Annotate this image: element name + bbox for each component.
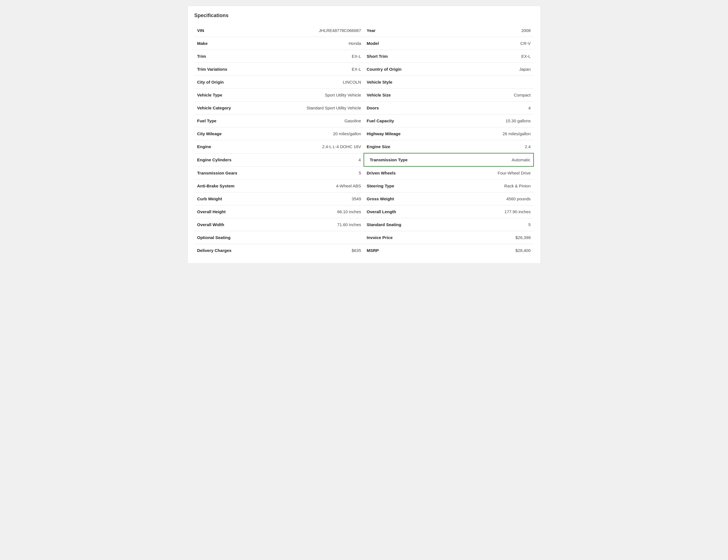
spec-value-right: 2008	[438, 24, 534, 37]
spec-label-right: Overall Length	[364, 205, 438, 218]
table-row: Overall Width71.60 inchesStandard Seatin…	[194, 218, 534, 231]
spec-value-left: 2.4-L L-4 DOHC 16V	[269, 140, 364, 153]
spec-label-right: Fuel Capacity	[364, 114, 438, 127]
spec-value-left: 66.10 inches	[269, 205, 364, 218]
section-title: Specifications	[194, 13, 534, 19]
spec-value-left: Honda	[269, 37, 364, 50]
spec-value-left: 20 miles/gallon	[269, 127, 364, 140]
table-row: Optional SeatingInvoice Price$26,398	[194, 231, 534, 244]
table-row: City of OriginLINCOLNVehicle Style	[194, 76, 534, 89]
spec-value-right: EX-L	[438, 50, 534, 63]
spec-value-right: 177.90 inches	[438, 205, 534, 218]
spec-value-right: Compact	[438, 89, 534, 102]
spec-value-left	[269, 231, 364, 244]
spec-value-left: Gasoline	[269, 114, 364, 127]
spec-label-left: Engine Cylinders	[194, 153, 269, 166]
spec-value-right: $26,398	[438, 231, 534, 244]
spec-label-right: Country of Origin	[364, 63, 438, 76]
spec-label-left: City of Origin	[194, 76, 269, 89]
table-row: Delivery Charges$635MSRP$28,400	[194, 244, 534, 257]
spec-label-left: City Mileage	[194, 127, 269, 140]
table-row: Vehicle CategoryStandard Sport Utility V…	[194, 102, 534, 114]
spec-value-left: JHLRE48778C066687	[269, 24, 364, 37]
spec-label-right: Vehicle Size	[364, 89, 438, 102]
spec-value-right: Four-Wheel Drive	[438, 166, 534, 180]
table-row: Trim VariationsEX-LCountry of OriginJapa…	[194, 63, 534, 76]
spec-label-left: Transmission Gears	[194, 166, 269, 180]
transmission-type-label: Transmission Type	[370, 157, 408, 162]
spec-value-right: 4560 pounds	[438, 192, 534, 205]
spec-value-left: LINCOLN	[269, 76, 364, 89]
spec-label-right: Doors	[364, 102, 438, 114]
spec-value-right: 26 miles/gallon	[438, 127, 534, 140]
spec-label-right: Model	[364, 37, 438, 50]
table-row: Anti-Brake System4-Wheel ABSSteering Typ…	[194, 180, 534, 192]
spec-value-left: EX-L	[269, 63, 364, 76]
table-row: Transmission Gears5Driven WheelsFour-Whe…	[194, 166, 534, 180]
spec-value-right	[438, 76, 534, 89]
table-row: City Mileage20 miles/gallonHighway Milea…	[194, 127, 534, 140]
spec-label-left: Trim	[194, 50, 269, 63]
table-row: Vehicle TypeSport Utility VehicleVehicle…	[194, 89, 534, 102]
spec-label-left: Delivery Charges	[194, 244, 269, 257]
spec-value-right: 2.4	[438, 140, 534, 153]
spec-label-right: Steering Type	[364, 180, 438, 192]
spec-label-left: Fuel Type	[194, 114, 269, 127]
spec-value-right: Japan	[438, 63, 534, 76]
spec-label-right: Transmission TypeAutomatic	[364, 153, 534, 166]
spec-label-left: Trim Variations	[194, 63, 269, 76]
spec-value-left: Sport Utility Vehicle	[269, 89, 364, 102]
table-row: VINJHLRE48778C066687Year2008	[194, 24, 534, 37]
spec-label-left: Vehicle Type	[194, 89, 269, 102]
spec-label-right: Invoice Price	[364, 231, 438, 244]
table-row: Fuel TypeGasolineFuel Capacity15.30 gall…	[194, 114, 534, 127]
table-row: Engine Cylinders4Transmission TypeAutoma…	[194, 153, 534, 166]
spec-label-left: VIN	[194, 24, 269, 37]
spec-value-right: 5	[438, 218, 534, 231]
spec-label-right: Vehicle Style	[364, 76, 438, 89]
spec-value-left: $635	[269, 244, 364, 257]
specifications-card: Specifications VINJHLRE48778C066687Year2…	[187, 6, 541, 264]
table-row: TrimEX-LShort TrimEX-L	[194, 50, 534, 63]
spec-value-left: 5	[269, 166, 364, 180]
spec-value-left: Standard Sport Utility Vehicle	[269, 102, 364, 114]
spec-label-left: Overall Width	[194, 218, 269, 231]
table-row: Overall Height66.10 inchesOverall Length…	[194, 205, 534, 218]
spec-label-right: MSRP	[364, 244, 438, 257]
spec-label-right: Driven Wheels	[364, 166, 438, 180]
spec-value-right: Rack & Pinion	[438, 180, 534, 192]
spec-label-right: Standard Seating	[364, 218, 438, 231]
spec-value-left: 3549	[269, 192, 364, 205]
spec-value-left: 4-Wheel ABS	[269, 180, 364, 192]
spec-label-left: Optional Seating	[194, 231, 269, 244]
spec-label-right: Highway Mileage	[364, 127, 438, 140]
spec-label-right: Year	[364, 24, 438, 37]
spec-label-left: Vehicle Category	[194, 102, 269, 114]
spec-value-left: 4	[269, 153, 364, 166]
spec-label-right: Engine Size	[364, 140, 438, 153]
spec-value-right: 4	[438, 102, 534, 114]
spec-label-left: Engine	[194, 140, 269, 153]
spec-value-right: $28,400	[438, 244, 534, 257]
spec-label-left: Anti-Brake System	[194, 180, 269, 192]
specs-table: VINJHLRE48778C066687Year2008MakeHondaMod…	[194, 24, 534, 257]
table-row: Curb Weight3549Gross Weight4560 pounds	[194, 192, 534, 205]
spec-label-right: Short Trim	[364, 50, 438, 63]
spec-value-left: 71.60 inches	[269, 218, 364, 231]
spec-value-left: EX-L	[269, 50, 364, 63]
transmission-type-value: Automatic	[512, 157, 531, 162]
spec-label-left: Overall Height	[194, 205, 269, 218]
table-row: Engine2.4-L L-4 DOHC 16VEngine Size2.4	[194, 140, 534, 153]
spec-label-left: Make	[194, 37, 269, 50]
spec-label-right: Gross Weight	[364, 192, 438, 205]
spec-value-right: CR-V	[438, 37, 534, 50]
table-row: MakeHondaModelCR-V	[194, 37, 534, 50]
spec-value-right: 15.30 gallons	[438, 114, 534, 127]
spec-label-left: Curb Weight	[194, 192, 269, 205]
